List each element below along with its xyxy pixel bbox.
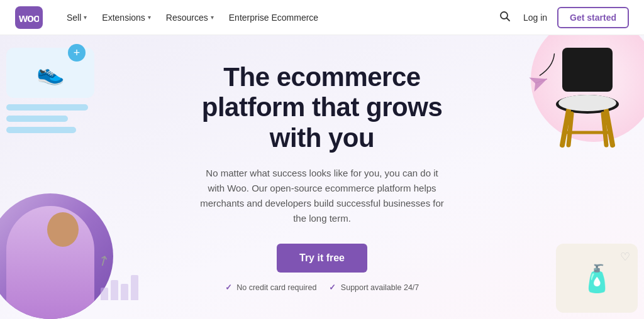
person-head (47, 212, 79, 247)
product-card: ♡ 🧴 (556, 244, 638, 313)
product-info-bars (6, 104, 88, 138)
chart-bar (121, 284, 128, 300)
shoe-icon: 👟 (36, 60, 65, 86)
navbar: woo Sell ▾ Extensions ▾ Resources ▾ Ente… (0, 0, 644, 35)
logo[interactable]: woo (15, 6, 43, 29)
chart-bar (131, 275, 138, 300)
try-free-button[interactable]: Try it free (277, 244, 367, 273)
right-decoration: ♡ 🧴 (512, 35, 644, 319)
login-link[interactable]: Log in (523, 13, 547, 23)
search-icon (499, 11, 511, 22)
bar-3 (6, 127, 76, 133)
nav-right: Log in Get started (497, 7, 629, 28)
nav-enterprise[interactable]: Enterprise Ecommerce (223, 9, 325, 26)
hero-section: 👟 + ↗ The ecommerce platform that grows … (0, 35, 644, 319)
bar-1 (6, 104, 88, 111)
hero-title: The ecommerce platform that grows with y… (184, 62, 460, 153)
product-icon: 🧴 (580, 263, 613, 294)
woo-logo-icon: woo (15, 6, 43, 29)
nav-extensions[interactable]: Extensions ▾ (96, 9, 157, 26)
hero-badges: ✓ No credit card required ✓ Support avai… (184, 283, 460, 292)
bar-2 (6, 116, 68, 122)
heart-icon: ♡ (620, 250, 630, 264)
plus-circle-icon: + (68, 44, 86, 62)
hero-subtitle: No matter what success looks like for yo… (196, 166, 448, 226)
chart-bar (111, 280, 118, 300)
chevron-down-icon: ▾ (148, 14, 151, 21)
checkmark-icon: ✓ (225, 283, 232, 292)
get-started-button[interactable]: Get started (557, 7, 629, 28)
nav-sell[interactable]: Sell ▾ (60, 9, 93, 26)
svg-rect-5 (562, 48, 613, 92)
chart-bar (101, 288, 108, 300)
chevron-down-icon: ▾ (84, 14, 87, 21)
bar-chart (101, 275, 138, 300)
nav-resources[interactable]: Resources ▾ (160, 9, 220, 26)
no-credit-card-badge: ✓ No credit card required (225, 283, 317, 292)
svg-text:woo: woo (19, 12, 39, 24)
nav-links: Sell ▾ Extensions ▾ Resources ▾ Enterpri… (60, 9, 497, 26)
left-decoration: 👟 + ↗ (0, 35, 126, 319)
person-silhouette (6, 206, 94, 319)
search-button[interactable] (497, 8, 513, 27)
checkmark-icon: ✓ (329, 283, 336, 292)
svg-line-9 (569, 114, 572, 145)
chair-image (537, 41, 638, 148)
chevron-down-icon: ▾ (211, 14, 214, 21)
support-badge: ✓ Support available 24/7 (329, 283, 419, 292)
svg-point-12 (558, 95, 616, 111)
hero-content: The ecommerce platform that grows with y… (171, 62, 473, 292)
svg-line-2 (506, 18, 509, 21)
svg-line-10 (603, 114, 606, 145)
